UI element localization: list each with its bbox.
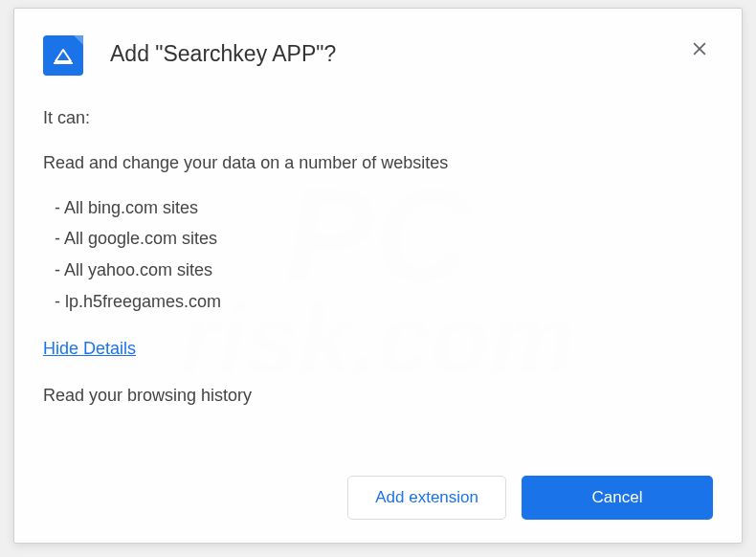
dialog-footer: Add extension Cancel: [43, 476, 713, 520]
cancel-button[interactable]: Cancel: [522, 476, 713, 520]
permission-extra: Read your browsing history: [43, 382, 713, 410]
list-item: All bing.com sites: [55, 194, 713, 222]
close-button[interactable]: [686, 35, 713, 65]
list-item: All google.com sites: [55, 225, 713, 253]
permission-heading: Read and change your data on a number of…: [43, 149, 713, 177]
list-item: All yahoo.com sites: [55, 256, 713, 284]
list-item: lp.h5freegames.com: [55, 288, 713, 316]
dialog-header: Add "Searchkey APP"?: [43, 35, 713, 76]
permissions-intro: It can:: [43, 104, 713, 132]
extension-install-dialog: Add "Searchkey APP"? It can: Read and ch…: [13, 8, 743, 544]
add-extension-button[interactable]: Add extension: [347, 476, 506, 520]
close-icon: [690, 39, 709, 58]
dialog-body: It can: Read and change your data on a n…: [43, 104, 713, 466]
extension-icon: [43, 35, 83, 76]
dialog-title: Add "Searchkey APP"?: [110, 41, 686, 67]
permission-site-list: All bing.com sites All google.com sites …: [43, 194, 713, 316]
details-toggle-link[interactable]: Hide Details: [43, 335, 136, 363]
